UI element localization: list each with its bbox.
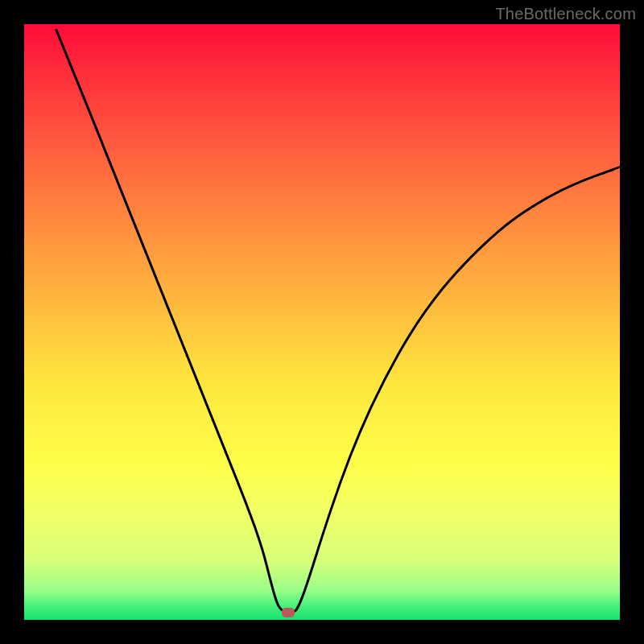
optimum-marker	[282, 608, 295, 617]
bottleneck-curve	[24, 24, 620, 620]
chart-frame: TheBottleneck.com	[0, 0, 644, 644]
plot-area	[24, 24, 620, 620]
watermark-text: TheBottleneck.com	[495, 5, 636, 23]
